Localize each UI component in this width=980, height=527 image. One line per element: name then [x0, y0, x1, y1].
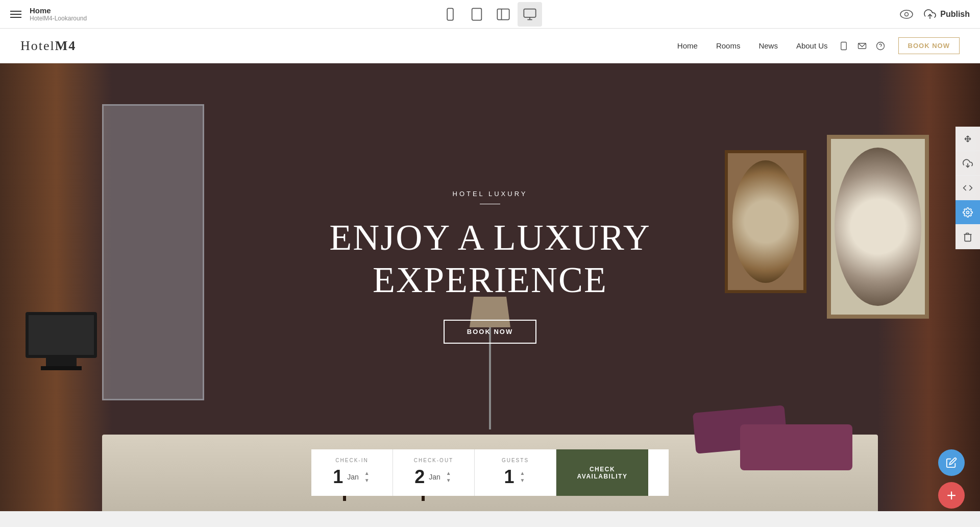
float-code-btn[interactable]	[955, 176, 980, 200]
checkout-label: CHECK-OUT	[414, 458, 453, 463]
site-logo: HotelM4	[20, 38, 76, 54]
svg-rect-4	[497, 9, 509, 19]
toolbar-right: Publish	[899, 8, 970, 20]
desktop-device-btn[interactable]	[518, 2, 542, 27]
checkin-value-row: 1 Jan ▲ ▼	[333, 466, 371, 488]
checkout-arrows[interactable]: ▲ ▼	[445, 470, 453, 484]
fab-add-button[interactable]: +	[938, 482, 965, 509]
site-navbar: HotelM4 Home Rooms News About Us	[0, 29, 980, 63]
check-availability-button[interactable]: CHECK AVAILABILITY	[556, 449, 648, 496]
svg-rect-0	[447, 8, 453, 20]
float-move-btn[interactable]	[955, 127, 980, 151]
checkout-value-row: 2 Jan ▲ ▼	[414, 466, 453, 488]
guests-field[interactable]: GUESTS 1 ▲ ▼	[475, 449, 556, 496]
float-download-btn[interactable]	[955, 151, 980, 176]
hero-title-line2: EXPERIENCE	[373, 259, 607, 300]
svg-point-15	[876, 42, 884, 50]
guests-arrows[interactable]: ▲ ▼	[519, 470, 527, 484]
guests-label: GUESTS	[502, 458, 529, 463]
checkout-month: Jan	[429, 473, 440, 481]
booking-bar: CHECK-IN 1 Jan ▲ ▼ CHECK-OUT 2 Jan ▲ ▼	[311, 449, 669, 496]
svg-rect-6	[524, 9, 535, 17]
check-availability-line2: AVAILABILITY	[577, 473, 628, 480]
email-icon[interactable]	[856, 40, 868, 52]
phone-icon[interactable]	[838, 40, 849, 52]
svg-point-20	[967, 211, 969, 213]
nav-icons: BOOK NOW	[838, 37, 960, 54]
guests-down-arrow[interactable]: ▼	[519, 477, 527, 484]
guests-up-arrow[interactable]: ▲	[519, 470, 527, 476]
top-toolbar: Home HotelM4-Lookaround	[0, 0, 980, 29]
hero-content: HOTEL LUXURY ENJOY A LUXURY EXPERIENCE B…	[0, 63, 980, 511]
site-nav: Home Rooms News About Us	[677, 41, 828, 50]
tablet-device-btn[interactable]	[464, 2, 489, 27]
checkin-down-arrow[interactable]: ▼	[363, 477, 371, 484]
publish-button[interactable]: Publish	[924, 8, 970, 20]
check-availability-line1: CHECK	[590, 466, 615, 473]
checkin-arrows[interactable]: ▲ ▼	[363, 470, 371, 484]
fab-edit-button[interactable]	[938, 449, 965, 476]
checkout-up-arrow[interactable]: ▲	[445, 470, 453, 476]
page-subtitle: HotelM4-Lookaround	[30, 15, 87, 22]
publish-label: Publish	[940, 10, 970, 19]
checkin-field[interactable]: CHECK-IN 1 Jan ▲ ▼	[311, 449, 393, 496]
preview-icon[interactable]	[899, 9, 914, 19]
book-now-hero-button[interactable]: BOOK NOW	[444, 320, 536, 344]
nav-home[interactable]: Home	[677, 41, 698, 50]
toolbar-left: Home HotelM4-Lookaround	[10, 6, 87, 22]
page-title: Home	[30, 6, 87, 15]
checkout-field[interactable]: CHECK-OUT 2 Jan ▲ ▼	[393, 449, 475, 496]
guests-value-row: 1 ▲ ▼	[504, 466, 527, 488]
checkin-label: CHECK-IN	[335, 458, 368, 463]
checkout-down-arrow[interactable]: ▼	[445, 477, 453, 484]
hotel-luxury-label: HOTEL LUXURY	[453, 190, 528, 198]
float-settings-btn[interactable]	[955, 200, 980, 225]
checkin-month: Jan	[347, 473, 359, 481]
checkout-day: 2	[414, 466, 425, 488]
sidebar-layout-btn[interactable]	[491, 2, 516, 27]
mobile-device-btn[interactable]	[438, 2, 462, 27]
help-icon[interactable]	[875, 40, 886, 52]
toolbar-title-group: Home HotelM4-Lookaround	[30, 6, 87, 22]
hamburger-icon[interactable]	[10, 11, 21, 18]
svg-point-10	[905, 12, 909, 16]
nav-rooms[interactable]: Rooms	[716, 41, 741, 50]
hero-divider	[480, 204, 500, 204]
hero-section: HOTEL LUXURY ENJOY A LUXURY EXPERIENCE B…	[0, 63, 980, 511]
guests-count: 1	[504, 466, 514, 488]
book-now-nav-button[interactable]: BOOK NOW	[898, 37, 960, 54]
float-toolbar	[955, 127, 980, 249]
float-delete-btn[interactable]	[955, 225, 980, 249]
svg-rect-2	[472, 8, 482, 20]
hero-title-line1: ENJOY A LUXURY	[329, 217, 650, 258]
svg-rect-12	[841, 42, 846, 50]
hero-title: ENJOY A LUXURY EXPERIENCE	[329, 217, 650, 301]
device-switcher	[438, 2, 542, 27]
nav-about[interactable]: About Us	[796, 41, 828, 50]
svg-point-9	[900, 10, 913, 18]
checkin-day: 1	[333, 466, 343, 488]
checkin-up-arrow[interactable]: ▲	[363, 470, 371, 476]
nav-news[interactable]: News	[758, 41, 778, 50]
